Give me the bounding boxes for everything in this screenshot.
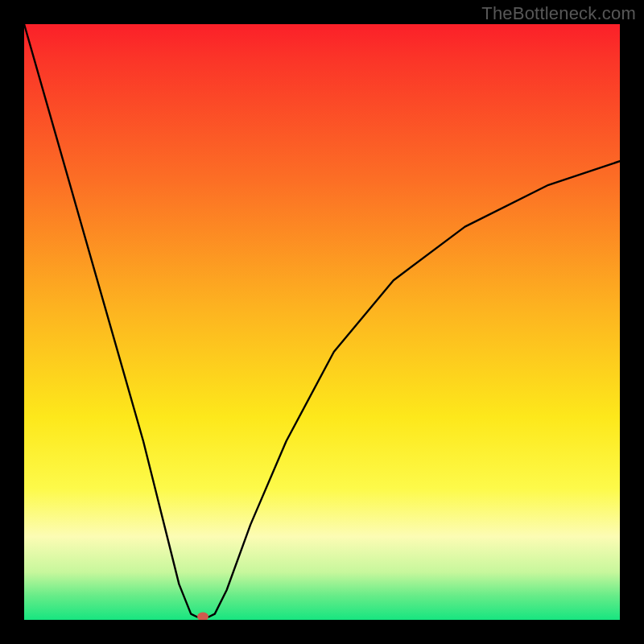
chart-frame: TheBottleneck.com [0, 0, 644, 644]
plot-area [24, 24, 620, 620]
bottleneck-curve [24, 24, 620, 620]
optimal-point-marker [197, 613, 208, 620]
watermark-text: TheBottleneck.com [481, 3, 636, 24]
